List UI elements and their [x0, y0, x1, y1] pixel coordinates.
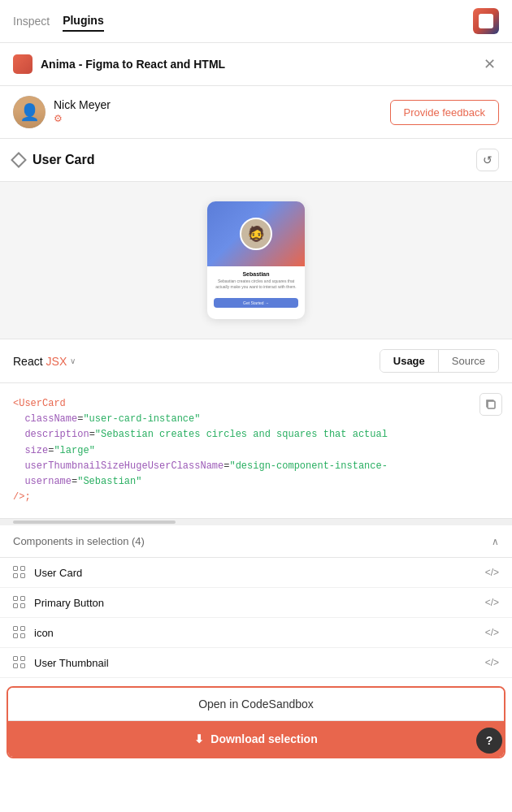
code-bracket-icon: </> [485, 567, 499, 578]
components-section-title: Components in selection (4) [13, 535, 145, 547]
component-item-name: Primary Button [34, 597, 485, 609]
download-icon: ⬇ [194, 732, 204, 745]
code-line-7: />; [13, 490, 499, 505]
tab-usage[interactable]: Usage [380, 350, 439, 372]
plugin-icon [473, 8, 499, 34]
plugin-title: Anima - Figma to React and HTML [41, 58, 471, 71]
avatar: 👤 [13, 96, 46, 128]
card-get-started-button[interactable]: Get Started → [214, 298, 298, 308]
component-title-row: User Card ↺ [0, 139, 512, 182]
download-label: Download selection [210, 732, 317, 745]
card-image: 🧔 [207, 201, 305, 266]
code-header: React JSX ∨ Usage Source [0, 339, 512, 383]
close-button[interactable]: ✕ [479, 54, 499, 74]
code-line-3: description="Sebastian creates circles a… [13, 427, 499, 443]
anima-logo-icon [13, 54, 33, 74]
code-block: <UserCard className="user-card-instance"… [0, 383, 512, 519]
component-grid-icon [13, 656, 26, 669]
component-grid-icon [13, 596, 26, 609]
card-avatar: 🧔 [240, 218, 272, 250]
component-grid-icon [13, 626, 26, 639]
components-section-header: Components in selection (4) ∧ [0, 525, 512, 558]
code-line-5: userThumbnailSizeHugeUserClassName="desi… [13, 459, 499, 474]
plugin-icon-inner [479, 14, 493, 28]
language-label: React [13, 355, 43, 368]
scroll-bar[interactable] [0, 519, 512, 525]
list-item[interactable]: Primary Button </> [0, 588, 512, 618]
code-line-1: <UserCard [13, 396, 499, 412]
nav-tab-plugins[interactable]: Plugins [63, 11, 104, 32]
card-description: Sebastian creates circles and squares th… [214, 279, 298, 290]
plugin-header: Anima - Figma to React and HTML ✕ [0, 43, 512, 86]
tab-source[interactable]: Source [439, 350, 498, 372]
svg-rect-0 [488, 401, 495, 408]
feedback-button[interactable]: Provide feedback [390, 100, 499, 125]
refresh-button[interactable]: ↺ [476, 149, 499, 171]
settings-icon[interactable]: ⚙ [54, 113, 67, 126]
preview-area: 🧔 Sebastian Sebastian creates circles an… [0, 182, 512, 339]
diamond-icon [11, 152, 27, 168]
bottom-actions: Open in CodeSandbox ⬇ Download selection [7, 686, 505, 758]
card-username: Sebastian [214, 271, 298, 277]
user-info: Nick Meyer ⚙ [54, 98, 390, 126]
avatar-face: 👤 [13, 96, 46, 128]
component-item-name: User Card [34, 567, 485, 579]
code-line-2: className="user-card-instance" [13, 412, 499, 427]
component-item-name: icon [34, 627, 485, 639]
user-card-preview: 🧔 Sebastian Sebastian creates circles an… [207, 201, 305, 319]
list-item[interactable]: icon </> [0, 618, 512, 648]
list-item[interactable]: User Card </> [0, 558, 512, 588]
component-item-name: User Thumbnail [34, 657, 485, 669]
bottom-area: Open in CodeSandbox ⬇ Download selection… [0, 686, 512, 770]
code-tab-group: Usage Source [380, 349, 499, 373]
component-list: User Card </> Primary Button </> icon </… [0, 558, 512, 678]
code-bracket-icon: </> [485, 657, 499, 668]
top-nav: Inspect Plugins [0, 0, 512, 43]
nav-tabs: Inspect Plugins [13, 11, 104, 32]
code-line-4: size="large" [13, 443, 499, 459]
user-name: Nick Meyer [54, 98, 390, 111]
chevron-down-icon: ∨ [70, 356, 76, 365]
nav-tab-inspect[interactable]: Inspect [13, 11, 50, 31]
download-button[interactable]: ⬇ Download selection [8, 721, 504, 757]
language-selector[interactable]: React JSX ∨ [13, 355, 76, 368]
code-bracket-icon: </> [485, 597, 499, 608]
component-name: User Card [33, 153, 476, 167]
language-jsx-label: JSX [46, 355, 67, 368]
user-row: 👤 Nick Meyer ⚙ Provide feedback [0, 86, 512, 139]
copy-button[interactable] [479, 393, 502, 416]
code-bracket-icon: </> [485, 627, 499, 638]
scroll-thumb [13, 520, 176, 524]
open-sandbox-button[interactable]: Open in CodeSandbox [8, 688, 504, 721]
code-line-6: username="Sebastian" [13, 474, 499, 490]
component-grid-icon [13, 566, 26, 579]
collapse-icon[interactable]: ∧ [492, 536, 499, 547]
list-item[interactable]: User Thumbnail </> [0, 648, 512, 678]
card-content: Sebastian Sebastian creates circles and … [207, 266, 305, 311]
